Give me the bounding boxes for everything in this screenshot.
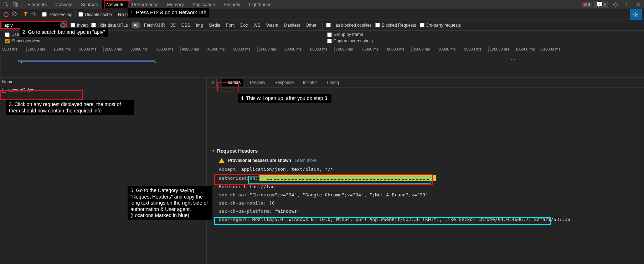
- timeline-tick: 50000 ms: [232, 47, 257, 52]
- detail-tab-headers[interactable]: Headers: [222, 79, 243, 86]
- main-tab-network[interactable]: Network: [102, 0, 128, 9]
- svg-point-9: [635, 14, 637, 15]
- devtools-topbar: ElementsConsoleSourcesNetworkPerformance…: [0, 0, 644, 9]
- type-filter-manifest[interactable]: Manifest: [282, 22, 302, 28]
- record-button[interactable]: [4, 12, 9, 17]
- warning-icon: [219, 158, 225, 163]
- main-tab-console[interactable]: Console: [51, 0, 77, 9]
- timeline-tick: 5000 ms: [1, 47, 26, 52]
- large-rows-checkbox[interactable]: Use large request rows: [5, 32, 317, 37]
- main-tab-performance[interactable]: Performance: [128, 0, 163, 9]
- network-toolbar: Preserve log Disable cache No throttling: [0, 9, 644, 20]
- errors-badge[interactable]: 3: [582, 2, 592, 7]
- type-filter-font[interactable]: Font: [224, 22, 237, 28]
- timeline-tick: 95000 ms: [463, 47, 488, 52]
- timeline-ticks: 5000 ms10000 ms15000 ms20000 ms25000 ms3…: [0, 47, 644, 54]
- type-filter-other[interactable]: Other: [304, 22, 319, 28]
- learn-more-link[interactable]: Learn more: [295, 158, 316, 163]
- type-filter-media[interactable]: Media: [206, 22, 222, 28]
- timeline-tick: 10000 ms: [26, 47, 52, 52]
- type-filter-css[interactable]: CSS: [179, 22, 192, 28]
- request-headers-section-title[interactable]: Request Headers: [212, 148, 639, 154]
- invert-checkbox[interactable]: Invert: [71, 23, 88, 28]
- third-party-checkbox[interactable]: 3rd-party requests: [420, 23, 461, 28]
- blocked-cookies-checkbox[interactable]: Has blocked cookies: [326, 23, 372, 28]
- clear-filter-icon[interactable]: ✕: [60, 22, 66, 28]
- svg-point-5: [626, 6, 627, 6]
- blocked-requests-checkbox[interactable]: Blocked Requests: [375, 23, 416, 28]
- group-by-frame-checkbox[interactable]: Group by frame: [327, 32, 639, 37]
- timeline-tick: 70000 ms: [334, 47, 360, 52]
- inspect-icon[interactable]: [1, 0, 11, 9]
- timeline-bar: [18, 60, 155, 62]
- timeline-tick: 45000 ms: [206, 47, 232, 52]
- timeline-marker: [511, 59, 512, 60]
- network-settings-button[interactable]: [630, 9, 642, 20]
- document-icon: [2, 88, 6, 93]
- type-filter-doc[interactable]: Doc: [238, 22, 250, 28]
- hide-data-urls-checkbox[interactable]: Hide data URLs: [91, 23, 128, 28]
- kebab-icon[interactable]: [622, 0, 631, 9]
- request-list-panel: Name account?ids=: [0, 78, 207, 264]
- preserve-log-checkbox[interactable]: Preserve log: [42, 12, 72, 17]
- main-tab-lighthouse[interactable]: Lighthouse: [244, 0, 276, 9]
- name-column-header[interactable]: Name: [0, 78, 206, 86]
- header-sec-ch-ua: sec-ch-ua: "Chromium";v="94", "Google Ch…: [219, 192, 639, 197]
- timeline-tick: 35000 ms: [155, 47, 180, 52]
- detail-tab-initiator[interactable]: Initiator: [301, 79, 319, 86]
- device-toggle-icon[interactable]: [11, 0, 20, 9]
- header-sec-ch-ua-mobile: sec-ch-ua-mobile: ?0: [219, 200, 639, 206]
- clear-icon[interactable]: [11, 11, 17, 18]
- timeline-tick: 90000 ms: [437, 47, 463, 52]
- settings-icon[interactable]: [610, 0, 620, 9]
- filter-row: ✕ Invert Hide data URLs AllFetch/XHRJSCS…: [0, 20, 644, 31]
- timeline-tick: 65000 ms: [309, 47, 334, 52]
- authorization-value-redacted: [259, 175, 436, 181]
- type-filter-wasm[interactable]: Wasm: [264, 22, 280, 28]
- timeline-tick: 100000 ms: [488, 47, 514, 52]
- svg-point-8: [156, 15, 157, 16]
- disable-cache-checkbox[interactable]: Disable cache: [78, 12, 112, 17]
- close-devtools-icon[interactable]: [633, 0, 643, 9]
- type-filter-js[interactable]: JS: [169, 22, 178, 28]
- header-referer: Referer: https://fan: [219, 184, 639, 189]
- timeline-tick: 25000 ms: [103, 47, 129, 52]
- type-filter-fetchxhr[interactable]: Fetch/XHR: [142, 22, 167, 28]
- timeline-tick: 15000 ms: [52, 47, 78, 52]
- timeline-tick: 85000 ms: [411, 47, 437, 52]
- timeline-overview[interactable]: 5000 ms10000 ms15000 ms20000 ms25000 ms3…: [0, 47, 644, 78]
- main-tab-sources[interactable]: Sources: [77, 0, 102, 9]
- timeline-tick: 75000 ms: [360, 47, 386, 52]
- issues-badge[interactable]: 💬2: [594, 1, 608, 8]
- request-row[interactable]: account?ids=: [0, 86, 206, 94]
- search-icon[interactable]: [31, 11, 36, 17]
- filter-input[interactable]: [2, 21, 67, 29]
- timeline-tick: 20000 ms: [78, 47, 103, 52]
- timeline-tick: 55000 ms: [257, 47, 283, 52]
- type-filters: AllFetch/XHRJSCSSImgMediaFontDocWSWasmMa…: [132, 22, 319, 28]
- throttling-select[interactable]: No throttling: [115, 11, 151, 18]
- main-tab-security[interactable]: Security: [219, 0, 244, 9]
- request-name: account?ids=: [8, 88, 34, 93]
- show-overview-checkbox[interactable]: Show overview: [5, 38, 317, 43]
- header-accept: Accept: application/json, text/plain, */…: [219, 167, 639, 172]
- detail-tab-preview[interactable]: Preview: [248, 79, 267, 86]
- main-tab-application[interactable]: Application: [188, 0, 220, 9]
- timeline-tick: 110000 ms: [540, 47, 565, 52]
- timeline-marker: [514, 59, 515, 60]
- type-filter-ws[interactable]: WS: [252, 22, 263, 28]
- import-har-icon[interactable]: [174, 11, 179, 17]
- type-filter-img[interactable]: Img: [194, 22, 205, 28]
- capture-screenshots-checkbox[interactable]: Capture screenshots: [327, 38, 639, 43]
- filter-icon[interactable]: [23, 11, 28, 17]
- main-tab-elements[interactable]: Elements: [23, 0, 51, 9]
- detail-tab-timing[interactable]: Timing: [324, 79, 341, 86]
- svg-point-4: [626, 4, 627, 5]
- network-conditions-icon[interactable]: [154, 11, 160, 18]
- header-user-agent: User-Agent: Mozilla/5.0 (Windows NT 10.0…: [219, 217, 639, 222]
- detail-tab-response[interactable]: Response: [272, 79, 296, 86]
- type-filter-all[interactable]: All: [132, 22, 140, 28]
- export-har-icon[interactable]: [166, 11, 171, 17]
- close-detail-icon[interactable]: ✕: [209, 79, 217, 86]
- main-tab-memory[interactable]: Memory: [163, 0, 188, 9]
